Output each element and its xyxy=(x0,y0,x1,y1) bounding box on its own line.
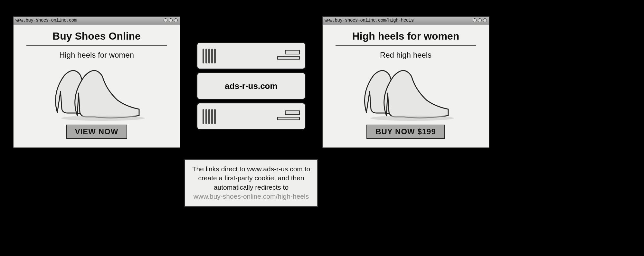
window-controls-right[interactable] xyxy=(473,18,487,22)
divider xyxy=(26,45,167,46)
server-slots-icon xyxy=(277,110,300,120)
window-dot-icon xyxy=(164,18,167,22)
server-unit-bottom xyxy=(196,102,306,130)
view-now-button[interactable]: VIEW NOW xyxy=(66,125,128,139)
page-right: High heels for women Red high heels BUY … xyxy=(323,24,489,145)
page-title-right: High heels for women xyxy=(332,29,479,45)
titlebar-left: www.buy-shoes-online.com xyxy=(14,17,180,24)
high-heels-icon xyxy=(45,61,148,122)
server-unit-top xyxy=(196,42,306,70)
subhead-left: High heels for women xyxy=(23,51,170,60)
url-right: www.buy-shoes-online.com/high-heels xyxy=(325,18,473,23)
browser-window-right: www.buy-shoes-online.com/high-heels High… xyxy=(322,16,489,148)
divider xyxy=(336,45,476,46)
titlebar-right: www.buy-shoes-online.com/high-heels xyxy=(323,17,489,24)
svg-point-1 xyxy=(370,116,454,121)
ad-server-stack: ads-r-us.com xyxy=(196,42,306,133)
server-slots-icon xyxy=(277,50,300,60)
window-dot-icon xyxy=(174,18,178,22)
window-dot-icon xyxy=(169,18,173,22)
product-image-left xyxy=(23,61,170,122)
window-dot-icon xyxy=(478,18,482,22)
window-controls-left[interactable] xyxy=(164,18,178,22)
window-dot-icon xyxy=(473,18,477,22)
server-vents-icon xyxy=(203,109,216,124)
server-vents-icon xyxy=(203,49,216,63)
page-title-left: Buy Shoes Online xyxy=(23,29,170,45)
url-left: www.buy-shoes-online.com xyxy=(15,18,164,23)
window-dot-icon xyxy=(483,18,487,22)
browser-window-left: www.buy-shoes-online.com Buy Shoes Onlin… xyxy=(13,16,180,148)
buy-now-button[interactable]: BUY NOW $199 xyxy=(366,125,445,139)
svg-point-0 xyxy=(61,116,145,121)
server-label: ads-r-us.com xyxy=(225,81,277,91)
high-heels-icon xyxy=(354,61,457,122)
subhead-right: Red high heels xyxy=(332,51,479,60)
page-left: Buy Shoes Online High heels for women VI… xyxy=(14,24,180,145)
product-image-right xyxy=(332,61,479,122)
caption-redirect-url: www.buy-shoes-online.com/high-heels xyxy=(194,193,309,200)
caption-text: The links direct to www.ads-r-us.com to … xyxy=(192,165,310,191)
server-unit-label: ads-r-us.com xyxy=(196,72,306,100)
caption-box: The links direct to www.ads-r-us.com to … xyxy=(185,159,318,207)
